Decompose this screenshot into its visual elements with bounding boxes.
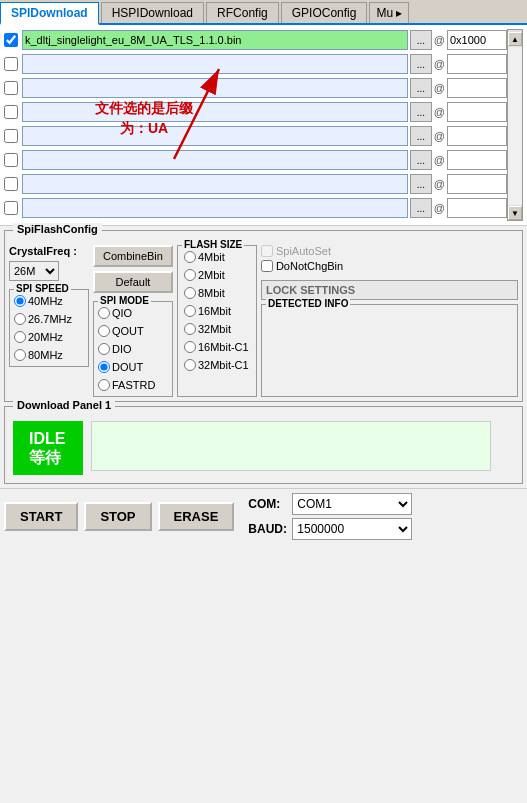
speed-40mhz-radio[interactable] <box>14 295 26 307</box>
erase-button[interactable]: ERASE <box>158 502 235 531</box>
default-button[interactable]: Default <box>93 271 173 293</box>
file-path-3[interactable] <box>22 102 408 122</box>
lock-settings-label: LOCK SETTINGS <box>266 284 355 296</box>
speed-26mhz-row: 26.7MHz <box>14 310 84 328</box>
mode-qio-row: QIO <box>98 304 168 322</box>
spi-auto-set-checkbox[interactable] <box>261 245 273 257</box>
file-checkbox-5[interactable] <box>4 153 18 167</box>
com-select[interactable]: COM1 COM2 COM3 COM4 <box>292 493 412 515</box>
speed-20mhz-row: 20MHz <box>14 328 84 346</box>
browse-btn-2[interactable]: ... <box>410 78 432 98</box>
file-path-6[interactable] <box>22 174 408 194</box>
addr-input-7[interactable] <box>447 198 507 218</box>
file-checkbox-4[interactable] <box>4 129 18 143</box>
scrollbar-down-btn[interactable]: ▼ <box>508 206 522 220</box>
flash-32mbit-radio[interactable] <box>184 323 196 335</box>
file-row-4: ... @ <box>4 125 507 147</box>
tab-bar: SPIDownload HSPIDownload RFConfig GPIOCo… <box>0 0 527 25</box>
file-checkbox-0[interactable] <box>4 33 18 47</box>
at-label-1: @ <box>434 58 445 70</box>
file-checkbox-2[interactable] <box>4 81 18 95</box>
do-not-chg-bin-checkbox[interactable] <box>261 260 273 272</box>
browse-btn-4[interactable]: ... <box>410 126 432 146</box>
stop-button[interactable]: STOP <box>84 502 151 531</box>
flash-8mbit-radio[interactable] <box>184 287 196 299</box>
file-row-1: ... @ <box>4 53 507 75</box>
detected-info-title: DETECTED INFO <box>266 298 351 309</box>
browse-btn-1[interactable]: ... <box>410 54 432 74</box>
at-label-2: @ <box>434 82 445 94</box>
mode-dout-row: DOUT <box>98 358 168 376</box>
bottom-bar: START STOP ERASE COM: COM1 COM2 COM3 COM… <box>0 488 527 544</box>
flash-32mbit-c1-label: 32Mbit-C1 <box>198 359 249 371</box>
file-path-2[interactable] <box>22 78 408 98</box>
file-path-7[interactable] <box>22 198 408 218</box>
tab-hspidownload[interactable]: HSPIDownload <box>101 2 204 23</box>
flash-32mbit-c1-radio[interactable] <box>184 359 196 371</box>
mode-dout-radio[interactable] <box>98 361 110 373</box>
do-not-chg-bin-label: DoNotChgBin <box>276 260 343 272</box>
mode-dio-radio[interactable] <box>98 343 110 355</box>
file-row-3: ... @ <box>4 101 507 123</box>
addr-input-0[interactable] <box>447 30 507 50</box>
speed-20mhz-radio[interactable] <box>14 331 26 343</box>
browse-btn-3[interactable]: ... <box>410 102 432 122</box>
flash-4mbit-radio[interactable] <box>184 251 196 263</box>
flash-16mbit-radio[interactable] <box>184 305 196 317</box>
file-checkbox-7[interactable] <box>4 201 18 215</box>
addr-input-2[interactable] <box>447 78 507 98</box>
status-idle-box: IDLE 等待 <box>13 421 83 475</box>
mode-dout-label: DOUT <box>112 361 143 373</box>
file-path-1[interactable] <box>22 54 408 74</box>
crystal-select[interactable]: 26M 40M 52M <box>9 261 59 281</box>
tab-gpioconfig[interactable]: GPIOConfig <box>281 2 368 23</box>
start-button[interactable]: START <box>4 502 78 531</box>
spi-flash-config-group: SpiFlashConfig CrystalFreq : 26M 40M 52M… <box>4 230 523 402</box>
browse-btn-5[interactable]: ... <box>410 150 432 170</box>
file-rows-scrollbar[interactable]: ▲ ▼ <box>507 29 523 221</box>
file-rows-inner: ... @ ... @ ... @ ... <box>4 29 507 221</box>
flash-16mbit-c1-radio[interactable] <box>184 341 196 353</box>
file-path-4[interactable] <box>22 126 408 146</box>
at-label-0: @ <box>434 34 445 46</box>
flash-16mbit-c1-row: 16Mbit-C1 <box>184 338 250 356</box>
spi-auto-set-label: SpiAutoSet <box>276 245 331 257</box>
flash-32mbit-row: 32Mbit <box>184 320 250 338</box>
speed-20mhz-label: 20MHz <box>28 331 63 343</box>
file-row-0: ... @ <box>4 29 507 51</box>
addr-input-3[interactable] <box>447 102 507 122</box>
flash-2mbit-radio[interactable] <box>184 269 196 281</box>
file-checkbox-6[interactable] <box>4 177 18 191</box>
crystal-row: CrystalFreq : <box>9 245 89 257</box>
file-checkbox-1[interactable] <box>4 57 18 71</box>
combine-bin-button[interactable]: CombineBin <box>93 245 173 267</box>
file-path-5[interactable] <box>22 150 408 170</box>
mode-qout-radio[interactable] <box>98 325 110 337</box>
addr-input-4[interactable] <box>447 126 507 146</box>
browse-btn-0[interactable]: ... <box>410 30 432 50</box>
mode-fastrd-radio[interactable] <box>98 379 110 391</box>
spi-mode-group: SPI MODE QIO QOUT DIO DOUT <box>93 301 173 397</box>
flash-4mbit-row: 4Mbit <box>184 248 250 266</box>
mode-qio-radio[interactable] <box>98 307 110 319</box>
file-path-0[interactable] <box>22 30 408 50</box>
flash-32mbit-label: 32Mbit <box>198 323 231 335</box>
com-area: COM: COM1 COM2 COM3 COM4 BAUD: 1500000 9… <box>248 493 412 540</box>
addr-input-1[interactable] <box>447 54 507 74</box>
tab-spidownload[interactable]: SPIDownload <box>0 2 99 25</box>
tab-rfconfig[interactable]: RFConfig <box>206 2 279 23</box>
file-checkbox-3[interactable] <box>4 105 18 119</box>
speed-80mhz-label: 80MHz <box>28 349 63 361</box>
addr-input-6[interactable] <box>447 174 507 194</box>
addr-input-5[interactable] <box>447 150 507 170</box>
browse-btn-7[interactable]: ... <box>410 198 432 218</box>
speed-80mhz-radio[interactable] <box>14 349 26 361</box>
speed-40mhz-row: 40MHz <box>14 292 84 310</box>
scrollbar-up-btn[interactable]: ▲ <box>508 32 522 46</box>
speed-26mhz-radio[interactable] <box>14 313 26 325</box>
browse-btn-6[interactable]: ... <box>410 174 432 194</box>
baud-select[interactable]: 1500000 921600 230400 115200 <box>292 518 412 540</box>
tab-more[interactable]: Mu ▸ <box>369 2 409 23</box>
at-label-7: @ <box>434 202 445 214</box>
download-content: IDLE 等待 <box>9 417 518 479</box>
